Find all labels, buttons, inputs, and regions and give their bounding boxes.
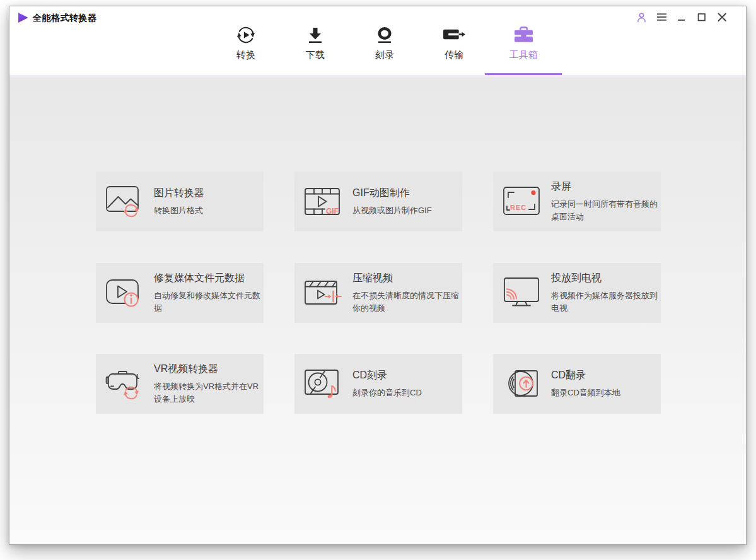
download-icon (306, 24, 324, 45)
svg-text:REC: REC (510, 204, 526, 211)
card-title: 投放到电视 (551, 272, 658, 285)
cd-ripper-icon (502, 366, 541, 402)
tool-card-vr-converter[interactable]: VR视频转换器 将视频转换为VR格式并在VR 设备上放映 (96, 354, 264, 414)
vr-converter-icon (105, 366, 144, 402)
tool-card-screen-recorder[interactable]: REC 录屏 记录同一时间所有带有音频的 桌面活动 (493, 172, 661, 231)
app-window: 全能格式转换器 (9, 6, 747, 545)
tab-burn-label: 刻录 (375, 49, 394, 61)
tool-card-image-converter[interactable]: 图片转换器 转换图片格式 (96, 172, 264, 231)
card-title: 压缩视频 (352, 272, 459, 285)
tool-card-fix-metadata[interactable]: 修复媒体文件元数据 自动修复和修改媒体文件元数 据 (96, 263, 264, 323)
video-compressor-icon (303, 276, 342, 311)
burn-icon (376, 24, 393, 45)
tab-toolbox-label: 工具箱 (509, 49, 538, 61)
card-subtitle: 翻录CD音频到本地 (551, 387, 620, 399)
card-subtitle: 将视频转换为VR格式并在VR 设备上放映 (154, 380, 259, 405)
cast-to-tv-icon (502, 276, 541, 311)
main-nav: 转换 下载 刻录 (211, 24, 558, 61)
tab-transfer-label: 传输 (445, 49, 463, 61)
transfer-icon (443, 24, 466, 45)
card-title: VR视频转换器 (154, 363, 259, 376)
image-converter-icon (105, 184, 144, 219)
tab-burn[interactable]: 刻录 (350, 24, 419, 61)
tab-convert-label: 转换 (236, 49, 255, 61)
app-title: 全能格式转换器 (33, 13, 97, 24)
tab-transfer[interactable]: 传输 (419, 24, 489, 61)
card-subtitle: 刻录你的音乐到CD (352, 387, 422, 399)
card-title: CD刻录 (352, 369, 422, 382)
toolbox-panel: 图片转换器 转换图片格式 GIF GIF动图制作 从视频或图片制作GIF (9, 78, 746, 544)
card-title: 图片转换器 (154, 187, 204, 200)
tab-download[interactable]: 下载 (281, 24, 350, 61)
svg-text:GIF: GIF (326, 207, 339, 216)
close-icon[interactable] (716, 11, 728, 23)
toolbox-icon (513, 24, 534, 45)
screen-recorder-icon: REC (502, 184, 541, 219)
card-title: 录屏 (551, 180, 658, 194)
card-subtitle: 将视频作为媒体服务器投放到 电视 (551, 289, 658, 314)
card-subtitle: 转换图片格式 (154, 204, 204, 217)
header: 全能格式转换器 (9, 6, 746, 75)
tool-card-video-compressor[interactable]: 压缩视频 在不损失清晰度的情况下压缩 你的视频 (294, 263, 462, 323)
card-subtitle: 记录同一时间所有带有音频的 桌面活动 (551, 198, 658, 223)
fix-metadata-icon (105, 276, 144, 311)
card-subtitle: 自动修复和修改媒体文件元数 据 (154, 289, 260, 314)
convert-icon (236, 24, 255, 45)
app-logo-icon (18, 12, 29, 26)
account-icon[interactable] (635, 11, 648, 23)
tool-card-cd-ripper[interactable]: CD翻录 翻录CD音频到本地 (493, 354, 661, 414)
cd-burner-icon (303, 366, 342, 402)
card-subtitle: 在不损失清晰度的情况下压缩 你的视频 (352, 289, 459, 314)
card-title: 修复媒体文件元数据 (154, 272, 260, 285)
menu-icon[interactable] (655, 11, 668, 23)
tool-card-cd-burner[interactable]: CD刻录 刻录你的音乐到CD (294, 354, 462, 414)
window-controls (635, 11, 728, 23)
gif-maker-icon: GIF (303, 184, 342, 219)
card-title: CD翻录 (551, 369, 620, 382)
card-subtitle: 从视频或图片制作GIF (352, 204, 432, 217)
maximize-icon[interactable] (695, 11, 708, 23)
tool-card-cast-to-tv[interactable]: 投放到电视 将视频作为媒体服务器投放到 电视 (493, 263, 661, 323)
minimize-icon[interactable] (675, 11, 688, 23)
tab-download-label: 下载 (306, 49, 325, 61)
tab-convert[interactable]: 转换 (211, 24, 281, 61)
card-title: GIF动图制作 (352, 187, 432, 200)
tab-toolbox[interactable]: 工具箱 (489, 24, 558, 61)
tool-card-gif-maker[interactable]: GIF GIF动图制作 从视频或图片制作GIF (294, 172, 462, 231)
